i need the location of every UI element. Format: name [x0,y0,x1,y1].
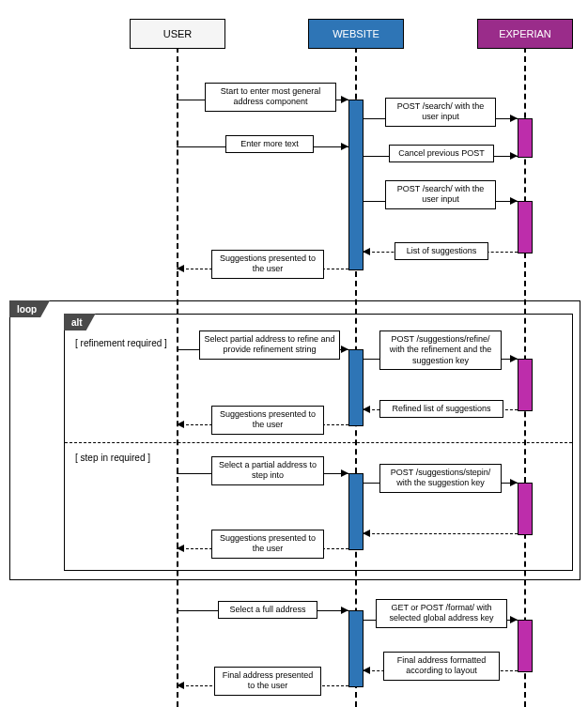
frame-loop-label: loop [9,300,50,317]
arrowhead-m7 [177,265,184,272]
arrowhead-m3 [341,143,348,150]
activation-website-3 [348,473,364,550]
activation-website-1 [348,100,364,270]
actor-website: WEBSITE [308,19,404,49]
message-m11: Suggestions presented to the user [211,406,324,435]
activation-experian-3 [518,359,533,411]
message-m12: Select a partial address to step into [211,456,324,485]
message-m18: Final address formatted according to lay… [383,652,500,681]
arrowhead-m6 [363,248,370,255]
arrowhead-m4 [510,152,518,160]
message-m6: List of suggestions [395,242,488,260]
frame-alt-label: alt [64,314,96,330]
message-m3: Enter more text [225,135,314,153]
activation-experian-4 [518,483,533,535]
arrowhead-m10 [363,406,370,413]
activation-experian-5 [518,620,533,672]
arrowhead-m19 [177,682,184,689]
arrowhead-m15 [177,545,184,552]
message-m2: POST /search/ with the user input [385,98,496,127]
arrowhead-m11 [177,421,184,428]
message-m17: GET or POST /format/ with selected globa… [376,599,507,628]
activation-website-4 [348,610,364,687]
arrowhead-m18 [363,667,370,674]
actor-experian: EXPERIAN [477,19,573,49]
activation-experian-1 [518,118,533,158]
message-m7: Suggestions presented to the user [211,250,324,279]
arrowhead-m13 [510,479,518,486]
actor-user: USER [130,19,225,49]
arrowhead-m8 [341,346,348,353]
arrowhead-m16 [341,607,348,614]
message-m1: Start to enter most general address comp… [205,83,336,112]
activation-experian-2 [518,201,533,254]
arrowhead-m5 [510,197,518,205]
sequence-diagram: USER WEBSITE EXPERIAN loop alt [ refinem… [0,0,588,707]
message-m19: Final address presented to the user [214,667,321,696]
message-m5: POST /search/ with the user input [385,180,496,209]
guard-refine: [ refinement required ] [75,338,167,348]
arrow-m14 [363,533,518,534]
message-m9: POST /suggestions/refine/ with the refin… [379,330,502,370]
message-m15: Suggestions presented to the user [211,530,324,559]
guard-stepin: [ step in required ] [75,453,150,463]
message-m4: Cancel previous POST [389,145,494,162]
arrowhead-m12 [341,469,348,477]
message-m16: Select a full address [218,601,317,619]
arrowhead-m17 [510,616,518,623]
arrowhead-m1 [341,96,348,103]
arrowhead-m9 [510,355,518,362]
message-m8: Select partial address to refine and pro… [199,330,340,360]
activation-website-2 [348,349,364,426]
message-m10: Refined list of suggestions [379,400,503,418]
arrowhead-m14 [363,530,370,537]
message-m13: POST /suggestions/stepin/ with the sugge… [379,464,502,493]
arrowhead-m2 [510,115,518,122]
alt-divider [65,442,572,443]
